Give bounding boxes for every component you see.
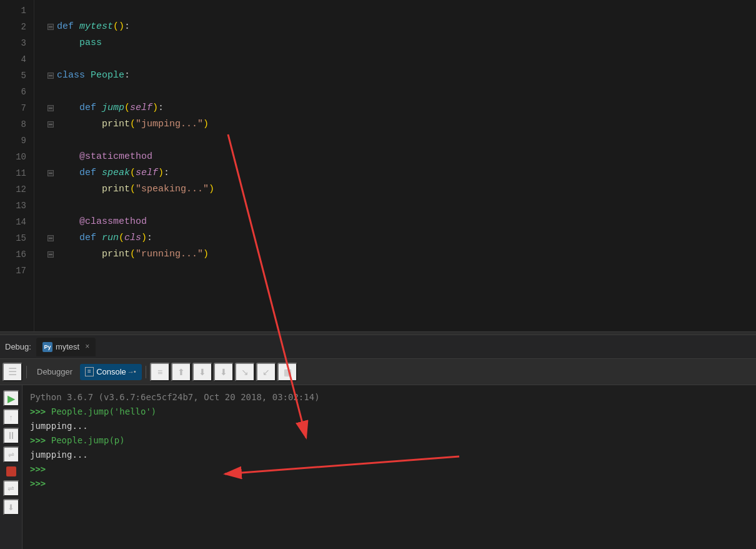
toolbar-step-into-button[interactable]: ⬇ bbox=[214, 363, 234, 381]
code-line-4 bbox=[44, 51, 756, 68]
fold-icon-8[interactable] bbox=[47, 121, 54, 128]
fold-gutter-7[interactable] bbox=[44, 105, 57, 111]
fold-gutter-13 bbox=[44, 198, 57, 214]
console-tab-label: Console bbox=[96, 367, 126, 376]
toolbar-align-button[interactable]: ≡ bbox=[150, 363, 170, 381]
code-content[interactable]: def mytest(): pass class People: bbox=[34, 0, 756, 331]
code-line-14: @classmethod bbox=[44, 214, 756, 230]
fold-gutter-15[interactable] bbox=[44, 235, 57, 241]
pause-button[interactable]: ⏸ bbox=[3, 428, 19, 444]
fold-icon-15[interactable] bbox=[47, 235, 54, 241]
string-12: "speaking..." bbox=[136, 181, 209, 198]
param-self-7: self bbox=[130, 100, 152, 116]
param-self-11: self bbox=[136, 165, 158, 181]
paren-close-7: ) bbox=[152, 100, 158, 116]
fold-gutter-16[interactable] bbox=[44, 251, 57, 258]
fold-icon-5[interactable] bbox=[47, 73, 54, 79]
fold-gutter-11[interactable] bbox=[44, 170, 57, 176]
fn-call-print-12: print bbox=[102, 181, 130, 198]
line-num-7: 7 bbox=[0, 100, 26, 116]
paren-open-16: ( bbox=[130, 246, 136, 263]
colon-15: : bbox=[147, 230, 152, 246]
line-num-14: 14 bbox=[0, 214, 26, 230]
code-line-13 bbox=[44, 198, 756, 214]
code-line-17 bbox=[44, 263, 756, 279]
code-line-5: class People: bbox=[44, 68, 756, 84]
debug-tab-mytest[interactable]: Py mytest × bbox=[36, 338, 96, 356]
toolbar-step-out-button[interactable]: ↘ bbox=[235, 363, 255, 381]
rerun-button[interactable]: ⇌ bbox=[3, 480, 19, 496]
debug-tab-bar: Debug: Py mytest × bbox=[0, 335, 756, 359]
paren-close-2: ) bbox=[119, 19, 124, 35]
fold-gutter-4 bbox=[44, 51, 57, 68]
debug-label: Debug: bbox=[5, 342, 31, 351]
resume-button[interactable]: ▶ bbox=[3, 390, 19, 406]
tab-close-button[interactable]: × bbox=[85, 343, 89, 351]
fold-gutter-3 bbox=[44, 35, 57, 51]
function-name-15: run bbox=[102, 230, 119, 246]
fold-gutter-1 bbox=[44, 3, 57, 19]
code-line-1 bbox=[44, 3, 756, 19]
paren-close-11: ) bbox=[158, 165, 164, 181]
toolbar-step-over-button[interactable]: ↙ bbox=[256, 363, 276, 381]
toolbar-separator-1 bbox=[26, 366, 27, 378]
decorator-class-14: @classmethod bbox=[79, 214, 147, 230]
paren-open-8: ( bbox=[130, 116, 136, 133]
console-line-2: jumpping... bbox=[30, 419, 749, 433]
code-editor: 1 2 3 4 5 6 7 8 9 10 11 12 13 14 15 16 1… bbox=[0, 0, 756, 331]
line-num-17: 17 bbox=[0, 263, 26, 279]
fold-gutter-17 bbox=[44, 263, 57, 279]
code-line-10: @staticmethod bbox=[44, 149, 756, 165]
toolbar-menu-button[interactable]: ☰ bbox=[2, 363, 22, 381]
paren-open-12: ( bbox=[130, 181, 136, 198]
code-line-12: print("speaking...") bbox=[44, 181, 756, 198]
paren-open-2: ( bbox=[113, 19, 119, 35]
toolbar-step-down-button[interactable]: ⬇ bbox=[192, 363, 212, 381]
toolbar-step-up-button[interactable]: ⬆ bbox=[171, 363, 191, 381]
output-2: jumpping... bbox=[30, 450, 88, 460]
keyword-def-15: def bbox=[79, 230, 102, 246]
line-num-12: 12 bbox=[0, 181, 26, 198]
code-line-15: def run(cls): bbox=[44, 230, 756, 246]
decorator-static-10: @staticmethod bbox=[79, 149, 152, 165]
fold-icon-11[interactable] bbox=[47, 170, 54, 176]
prompt-3: >>> bbox=[30, 464, 46, 474]
paren-close-12: ) bbox=[209, 181, 214, 198]
fold-gutter-14 bbox=[44, 214, 57, 230]
fold-gutter-2[interactable] bbox=[44, 24, 57, 30]
console-output[interactable]: Python 3.6.7 (v3.6.7:6ec5cf24b7, Oct 20 … bbox=[22, 385, 756, 549]
paren-close-8: ) bbox=[203, 116, 209, 133]
command-1: People.jump('hello') bbox=[51, 406, 157, 416]
string-8: "jumping..." bbox=[136, 116, 203, 133]
console-line-1: >>> People.jump('hello') bbox=[30, 405, 749, 419]
step-up-side-button[interactable]: ↑ bbox=[3, 409, 19, 425]
line-num-9: 9 bbox=[0, 133, 26, 149]
code-line-7: def jump(self): bbox=[44, 100, 756, 116]
console-line-6: >>> bbox=[30, 476, 749, 491]
fold-gutter-9 bbox=[44, 133, 57, 149]
code-line-8: print("jumping...") bbox=[44, 116, 756, 133]
step-bottom-button[interactable]: ⬇ bbox=[3, 499, 19, 515]
console-icon: ≡ bbox=[85, 367, 94, 376]
console-body: ▶ ↑ ⏸ ⇌ ⇌ ⬇ Python 3.6.7 (v3.6.7:6ec5cf2… bbox=[0, 385, 756, 549]
fold-icon-2[interactable] bbox=[47, 24, 54, 30]
prompt-2: >>> bbox=[30, 435, 51, 445]
tab-label-mytest: mytest bbox=[56, 342, 79, 351]
stop-button[interactable] bbox=[6, 466, 16, 476]
step-over-side-button[interactable]: ⇌ bbox=[3, 446, 19, 463]
fold-gutter-5[interactable] bbox=[44, 73, 57, 79]
prompt-4: >>> bbox=[30, 478, 46, 488]
line-num-1: 1 bbox=[0, 3, 26, 19]
command-2: People.jump(p) bbox=[51, 435, 125, 445]
fn-call-print-16: print bbox=[102, 246, 130, 263]
toolbar-separator-2 bbox=[146, 366, 146, 378]
code-line-9 bbox=[44, 133, 756, 149]
console-tab-button[interactable]: ≡ Console →• bbox=[80, 364, 142, 380]
line-num-11: 11 bbox=[0, 165, 26, 181]
fold-icon-16[interactable] bbox=[47, 251, 54, 258]
fold-icon-7[interactable] bbox=[47, 105, 54, 111]
line-numbers: 1 2 3 4 5 6 7 8 9 10 11 12 13 14 15 16 1… bbox=[0, 0, 34, 331]
fold-gutter-8[interactable] bbox=[44, 121, 57, 128]
debugger-tab-button[interactable]: Debugger bbox=[31, 363, 79, 381]
toolbar-grid-button[interactable]: ▦ bbox=[277, 363, 297, 381]
